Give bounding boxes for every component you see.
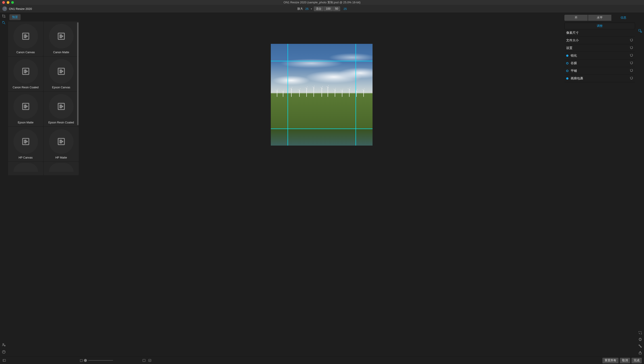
right-tabs: 不 水平 信息 — [564, 15, 635, 21]
scrollbar-thumb[interactable] — [77, 22, 78, 125]
presets-panel: 预置 Canon Canvas Canon Matte Canon Resin … — [8, 12, 79, 364]
section-pixel-size[interactable]: 像素尺寸 — [564, 29, 635, 37]
preset-thumb-icon — [14, 59, 38, 84]
svg-point-22 — [25, 105, 26, 106]
preset-item[interactable]: Canon Matte — [44, 22, 79, 56]
preset-thumb-icon — [49, 59, 74, 84]
main-area: 预置 Canon Canvas Canon Matte Canon Resin … — [0, 12, 644, 364]
status-dot-icon — [566, 62, 568, 64]
section-label: 画廊包裹 — [571, 76, 583, 80]
svg-point-18 — [60, 70, 61, 71]
adjust-tab[interactable]: 调整 — [564, 22, 635, 29]
zoom-label: 放大 — [297, 7, 303, 11]
window-controls — [2, 1, 14, 4]
zoom-value[interactable]: 25 — [305, 7, 309, 10]
section-label: 锐化 — [571, 54, 577, 58]
softproof-icon[interactable] — [148, 358, 152, 362]
svg-point-41 — [639, 345, 640, 346]
zoom-50-button[interactable]: 50 — [333, 6, 340, 12]
minimize-window-icon[interactable] — [7, 1, 10, 4]
titlebar: ON1 Resize 2020 (sample_photo 复制.psd @ 2… — [0, 0, 644, 5]
status-dot-icon — [566, 54, 568, 57]
close-window-icon[interactable] — [2, 1, 5, 4]
zoom-100-button[interactable]: 100 — [324, 6, 333, 12]
maximize-window-icon[interactable] — [11, 1, 14, 4]
svg-point-34 — [60, 140, 61, 141]
section-file-size[interactable]: 文件大小 — [564, 37, 635, 44]
section-gallery-wrap[interactable]: 画廊包裹 — [564, 75, 635, 82]
help-icon[interactable] — [2, 350, 6, 354]
section-film[interactable]: 谷膜 — [564, 60, 635, 67]
thumbnail-size-slider[interactable] — [80, 359, 113, 362]
presets-tab[interactable]: 预置 — [10, 14, 20, 20]
slider-knob[interactable] — [84, 359, 87, 362]
svg-point-27 — [62, 106, 63, 107]
preset-item[interactable]: Canon Resin Coated — [8, 56, 43, 91]
reset-icon[interactable] — [630, 76, 633, 80]
svg-point-32 — [25, 142, 26, 143]
preset-item[interactable]: Epson Resin Coated — [44, 92, 79, 126]
sync-icon[interactable] — [638, 344, 642, 348]
reset-icon[interactable] — [630, 61, 633, 65]
small-thumb-icon — [80, 359, 82, 362]
app-name: ON1 Resize 2020 — [9, 7, 32, 10]
section-label: 平铺 — [571, 69, 577, 73]
panel-left-icon[interactable] — [2, 358, 6, 362]
preset-thumb-icon — [14, 24, 38, 48]
image-canvas[interactable] — [271, 44, 372, 146]
reset-icon[interactable] — [630, 38, 633, 42]
svg-point-31 — [26, 141, 27, 142]
svg-rect-47 — [149, 359, 151, 362]
preset-label: Canon Canvas — [16, 51, 35, 54]
zoom-controls: 放大 25 ▾ 适合 100 50 25 — [297, 6, 346, 12]
status-dot-icon — [566, 70, 568, 72]
share-icon[interactable] — [638, 350, 642, 355]
pan-zoom-tool-icon[interactable] — [2, 20, 6, 25]
preset-item[interactable]: HP Canvas — [8, 127, 43, 162]
preset-item[interactable]: Epson Matte — [8, 92, 43, 126]
preset-label: Epson Resin Coated — [48, 121, 74, 124]
reset-icon[interactable] — [630, 54, 633, 58]
app-icon — [2, 6, 7, 11]
preset-thumb-icon — [49, 163, 74, 172]
tab-horizontal[interactable]: 水平 — [588, 15, 611, 21]
svg-point-24 — [25, 107, 26, 108]
preset-thumb-icon — [14, 163, 38, 172]
presets-grid: Canon Canvas Canon Matte Canon Resin Coa… — [8, 22, 79, 355]
svg-rect-46 — [143, 359, 145, 362]
crop-tool-icon[interactable] — [2, 14, 6, 18]
view-single-icon[interactable] — [142, 358, 146, 362]
preset-item-partial[interactable] — [8, 162, 43, 175]
cancel-button[interactable]: 取消 — [620, 358, 630, 363]
preset-thumb-icon — [49, 94, 74, 119]
canvas-area[interactable] — [79, 12, 564, 364]
chevron-down-icon[interactable]: ▾ — [311, 8, 312, 10]
fullscreen-icon[interactable] — [638, 330, 642, 335]
reset-icon[interactable] — [630, 69, 633, 73]
slider-track[interactable] — [88, 360, 113, 361]
svg-point-8 — [25, 37, 26, 38]
reset-icon[interactable] — [630, 46, 633, 50]
right-panel: 不 水平 信息 调整 像素尺寸 文件大小 设置 锐化 谷膜 平铺 画廊包 — [564, 12, 636, 364]
preset-label: HP Matte — [56, 156, 67, 159]
section-label: 文件大小 — [566, 38, 579, 42]
preset-item-partial[interactable] — [44, 162, 79, 175]
preset-item[interactable]: Canon Canvas — [8, 22, 43, 56]
tab-info[interactable]: 信息 — [612, 15, 635, 21]
preset-item[interactable]: HP Matte — [44, 127, 79, 162]
section-settings[interactable]: 设置 — [564, 44, 635, 52]
reset-all-button[interactable]: 重置所有 — [602, 358, 618, 363]
done-button[interactable]: 完成 — [632, 358, 642, 363]
print-icon[interactable] — [638, 337, 642, 342]
section-tile[interactable]: 平铺 — [564, 67, 635, 75]
zoom-fit-button[interactable]: 适合 — [314, 6, 324, 12]
person-settings-icon[interactable] — [2, 342, 6, 347]
section-sharpen[interactable]: 锐化 — [564, 52, 635, 60]
grid-line — [271, 61, 372, 61]
preset-item[interactable]: Epson Canvas — [44, 56, 79, 91]
navigator-icon[interactable] — [638, 28, 642, 33]
tab-none[interactable]: 不 — [564, 15, 588, 21]
svg-point-19 — [62, 71, 63, 72]
svg-point-36 — [60, 142, 61, 143]
svg-point-35 — [62, 141, 63, 142]
